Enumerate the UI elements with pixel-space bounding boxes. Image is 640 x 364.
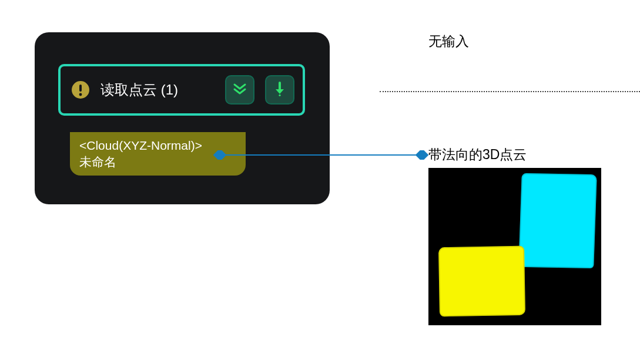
- pointcloud-preview: [428, 168, 601, 325]
- section-divider: [380, 91, 640, 92]
- diagram-stage: 读取点云 (1) <Cloud(XYZ-Normal)> 未命名 无输入: [0, 0, 640, 364]
- svg-rect-7: [416, 150, 429, 160]
- node-title: 读取点云 (1): [100, 80, 215, 99]
- pointcloud-object-yellow: [438, 246, 525, 317]
- warning-icon: [71, 80, 90, 99]
- no-input-label: 无输入: [428, 32, 469, 50]
- expand-down-icon: [232, 81, 247, 99]
- expand-button[interactable]: [225, 75, 254, 105]
- output-description-label: 带法向的3D点云: [428, 146, 527, 164]
- node-header[interactable]: 读取点云 (1): [58, 64, 305, 116]
- svg-point-4: [279, 95, 280, 96]
- execute-icon: [272, 81, 287, 99]
- execute-button[interactable]: [265, 75, 294, 105]
- node-card: 读取点云 (1) <Cloud(XYZ-Normal)> 未命名: [35, 32, 330, 204]
- svg-rect-1: [79, 85, 82, 92]
- svg-point-2: [79, 93, 82, 96]
- node-output-port[interactable]: <Cloud(XYZ-Normal)> 未命名: [70, 132, 246, 176]
- output-type-label: <Cloud(XYZ-Normal)>: [79, 137, 236, 154]
- output-name-label: 未命名: [79, 154, 236, 170]
- pointcloud-object-cyan: [518, 173, 597, 268]
